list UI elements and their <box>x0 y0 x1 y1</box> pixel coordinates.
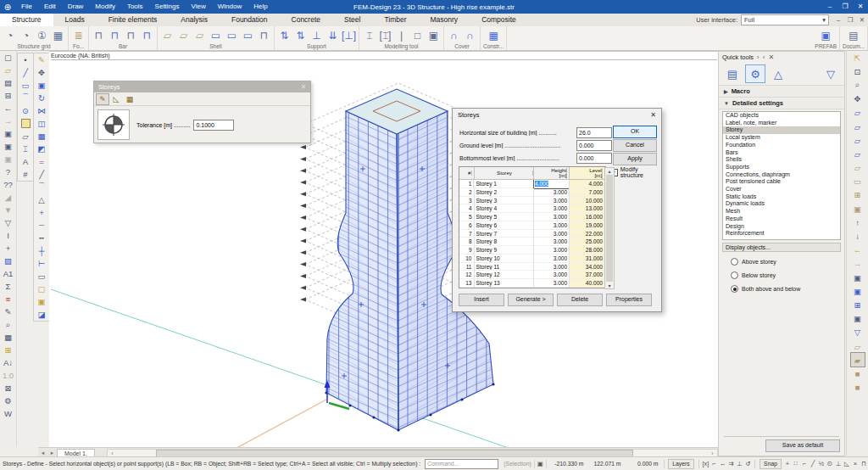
select-check-icon[interactable]: ▨ <box>2 255 15 267</box>
tab-composite[interactable]: Composite <box>470 14 528 26</box>
insert-button[interactable]: Insert <box>459 294 504 306</box>
annotate-icon[interactable]: A1 <box>2 267 15 280</box>
table-row[interactable]: 12Storey 123.00037.000 <box>459 271 605 279</box>
menu-file[interactable]: File <box>15 3 38 10</box>
clip-copy-icon[interactable]: ▣ <box>851 271 865 284</box>
column-header[interactable]: Level[m] <box>570 167 605 179</box>
storey-down-icon[interactable]: ↓ <box>851 229 865 243</box>
stiff-support-icon[interactable]: [⊥] <box>342 28 356 42</box>
maximize-icon[interactable]: ❐ <box>837 0 853 14</box>
shell-extra-icon[interactable]: ⊓ <box>257 28 271 42</box>
scrollbar-thumb[interactable] <box>606 175 613 282</box>
properties-button[interactable]: Properties <box>606 294 652 306</box>
view-side-icon[interactable]: ▱ <box>851 120 865 133</box>
close-icon[interactable]: ✕ <box>768 53 774 61</box>
print-icon[interactable]: ⊟ <box>2 89 15 102</box>
tolerance-input[interactable]: 0.1000 <box>193 120 234 131</box>
attach-icon[interactable]: ⊢ <box>35 257 48 270</box>
close-icon[interactable]: ✕ <box>853 0 868 14</box>
settings-item-static-loads[interactable]: Static loads <box>723 193 840 201</box>
intersect-icon[interactable]: ┼ <box>35 244 48 257</box>
beam-icon[interactable]: ⊓ <box>92 28 106 42</box>
text-icon[interactable]: A <box>19 155 32 168</box>
ok-button[interactable]: OK <box>613 126 657 138</box>
clipboard-icon[interactable]: ▣ <box>2 153 15 165</box>
menu-help[interactable]: Help <box>248 3 273 10</box>
solid-icon[interactable]: ▱ <box>19 130 32 143</box>
numbering-icon[interactable]: ① <box>35 28 49 42</box>
copy-icon[interactable]: ▣ <box>2 127 15 140</box>
table-row[interactable]: 7Storey 73.00022.000 <box>459 230 605 238</box>
layers-button[interactable]: Layers <box>668 459 693 469</box>
array-icon[interactable]: ▦ <box>35 130 48 143</box>
snap-tool-icon[interactable]: ½ <box>817 460 826 467</box>
close-icon[interactable]: ✕ <box>650 111 656 119</box>
macro-section-header[interactable]: ▶ Macro <box>719 86 844 98</box>
surface-support-icon[interactable]: ⊥ <box>309 28 324 42</box>
menu-settings[interactable]: Settings <box>149 3 186 10</box>
point-support-icon[interactable]: ⇅ <box>277 28 292 42</box>
tab-structure[interactable]: Structure <box>0 14 53 26</box>
settings-item-bars[interactable]: Bars <box>723 149 840 157</box>
view-iso-icon[interactable]: ▱ <box>851 147 865 160</box>
ucs-cube-icon[interactable]: ▣ <box>537 460 543 467</box>
snap-tool-icon[interactable]: + <box>783 460 792 467</box>
line-icon[interactable]: ╱ <box>19 66 32 79</box>
settings-item-supports[interactable]: Supports <box>723 164 840 171</box>
orbit-icon[interactable]: ✥ <box>851 92 865 106</box>
table-row[interactable]: 6Storey 63.00019.000 <box>459 221 605 230</box>
table-row[interactable]: 11Storey 113.00034.000 <box>459 263 605 271</box>
define-icon[interactable]: ✎ <box>97 94 108 104</box>
settings-item-reinforcement[interactable]: Reinforcement <box>723 230 840 238</box>
column-header[interactable]: Height[m] <box>534 167 570 179</box>
tool-window-title-bar[interactable]: Storeys ✕ <box>94 81 310 92</box>
apply-button[interactable]: Apply <box>613 153 657 165</box>
rotate-icon[interactable]: ↻ <box>35 92 48 104</box>
plane-icon[interactable]: ▭ <box>851 175 865 188</box>
union-icon[interactable]: ▣ <box>35 295 48 308</box>
zoom-window-icon[interactable]: ⌕ <box>851 78 865 92</box>
storey-axes-button[interactable] <box>97 109 130 140</box>
line-support-icon[interactable]: ⇅ <box>293 28 308 42</box>
storey-axes-icon[interactable]: ◔ <box>3 28 17 42</box>
snap-tool-icon[interactable]: ⇉ <box>726 460 735 467</box>
break-icon[interactable]: ╍ <box>35 232 48 244</box>
tab-loads[interactable]: Loads <box>53 14 97 26</box>
next-model-icon[interactable]: ▸ <box>47 450 57 456</box>
settings-item-dynamic-loads[interactable]: Dynamic loads <box>723 200 840 208</box>
snap-tool-icon[interactable]: ╱ <box>809 460 817 467</box>
view-3d-icon[interactable]: ▱ <box>851 161 865 175</box>
plane-add-icon[interactable]: ⊞ <box>851 188 865 202</box>
field-input[interactable]: 0.000 <box>576 153 612 164</box>
wall-var-icon[interactable]: ▭ <box>225 28 239 42</box>
menu-tools[interactable]: Tools <box>121 3 149 10</box>
group-support-icon[interactable]: ⇊ <box>326 28 340 42</box>
axes-pair-icon[interactable]: ◔ <box>19 28 33 42</box>
modify-structure-checkbox[interactable]: ✓ Modify structure <box>610 166 661 178</box>
slope-icon[interactable]: ◢ <box>2 191 15 204</box>
hatch-icon[interactable]: # <box>19 168 32 181</box>
generate-button[interactable]: Generate > <box>508 294 554 306</box>
prev-view-icon[interactable]: ← <box>851 243 865 257</box>
filter-icon[interactable]: ▼ <box>2 204 15 216</box>
info-icon[interactable]: ? <box>2 165 15 178</box>
sort-icon[interactable]: A↓ <box>2 356 15 369</box>
snap-tool-icon[interactable]: ∷ <box>792 460 800 467</box>
settings-item-cad-objects[interactable]: CAD objects <box>723 112 840 120</box>
radio-above-storey[interactable]: Above storey <box>731 258 844 266</box>
snap-tool-icon[interactable]: ⊙ <box>826 460 834 467</box>
spring-pair-icon[interactable]: [⌶] <box>378 28 392 42</box>
menu-window[interactable]: Window <box>212 3 248 10</box>
circle-icon[interactable]: ⊙ <box>19 104 32 117</box>
storeys-table[interactable]: #StoreyHeight[m]Level[m] 1Storey 14.0004… <box>459 166 606 288</box>
tab-analysis[interactable]: Analysis <box>169 14 220 26</box>
display-filter-icon[interactable]: ▽ <box>821 64 841 83</box>
edge-icon[interactable]: ▭ <box>35 270 48 283</box>
help-icon[interactable]: ?? <box>2 178 15 191</box>
settings-gear-icon[interactable]: ⚙ <box>2 394 15 407</box>
clip-select-icon[interactable]: ▣ <box>851 312 865 326</box>
settings-item-cover[interactable]: Cover <box>723 186 840 193</box>
zoom-find-icon[interactable]: ⌕ <box>2 318 15 331</box>
field-input[interactable]: 0.000 <box>576 140 612 151</box>
split-icon[interactable]: ◫ <box>35 117 48 130</box>
